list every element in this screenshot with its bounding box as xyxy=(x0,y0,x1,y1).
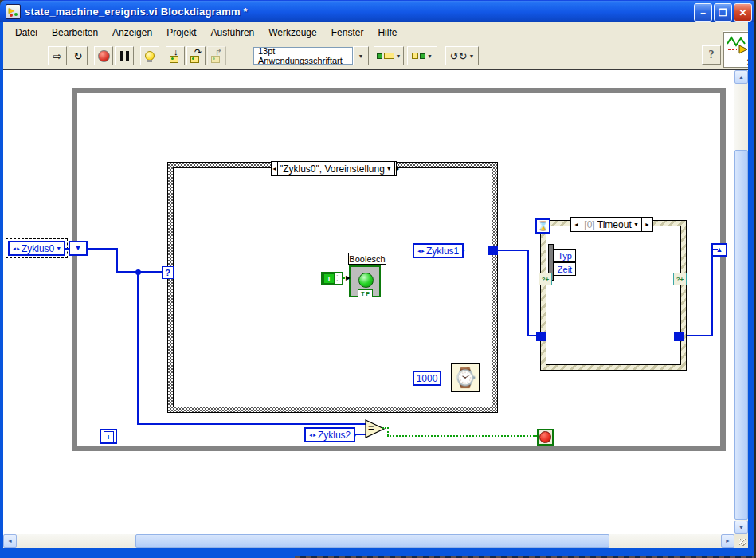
highlight-execution-button[interactable] xyxy=(140,46,159,65)
step-over-icon: ↷ xyxy=(194,47,202,57)
shift-register-left[interactable]: ▼ xyxy=(69,241,88,256)
iteration-label: i xyxy=(104,431,114,442)
case-selector-tunnel[interactable]: ? xyxy=(162,266,174,279)
case-previous-icon[interactable]: ◄ xyxy=(272,162,278,175)
horizontal-scrollbar[interactable]: ◄ ► xyxy=(3,534,734,548)
align-objects-button[interactable]: ▼ xyxy=(374,46,404,65)
wire-branch-down[interactable] xyxy=(137,271,139,425)
menu-werkzeuge[interactable]: Werkzeuge xyxy=(261,25,323,41)
abort-button[interactable] xyxy=(94,46,113,65)
light-bulb-icon xyxy=(145,51,155,61)
chevron-down-icon: ▼ xyxy=(396,53,402,59)
menu-ausfuehren[interactable]: Ausführen xyxy=(204,25,262,41)
chevron-down-icon[interactable]: ▼ xyxy=(56,246,61,251)
step-over-button[interactable]: ↷ xyxy=(186,46,206,65)
minimize-button[interactable]: – xyxy=(694,3,712,22)
case-name[interactable]: "Zyklus0", Voreinstellung xyxy=(278,163,386,175)
wire-event-out-v[interactable] xyxy=(711,254,713,336)
menu-anzeigen[interactable]: Anzeigen xyxy=(105,25,159,41)
boolean-label[interactable]: Boolesch xyxy=(348,253,386,265)
dynamic-event-terminal-left[interactable]: ?+ xyxy=(539,273,552,285)
wire-shiftreg-out-v[interactable] xyxy=(116,248,118,273)
vi-app-icon: ▶ xyxy=(6,4,21,19)
menu-datei[interactable]: Datei xyxy=(8,25,45,41)
numeric-constant-1000[interactable]: 1000 xyxy=(413,371,441,386)
menu-hilfe[interactable]: Hilfe xyxy=(370,25,404,41)
event-case-name[interactable]: [0] Timeout xyxy=(582,219,633,230)
event-data-node-zeit[interactable]: Zeit xyxy=(554,262,576,276)
title-bar[interactable]: ▶ state_machine_ereignis.vi Blockdiagram… xyxy=(0,0,756,22)
event-selector-label[interactable]: ◄ [0] Timeout ▼ ► xyxy=(570,217,653,232)
event-timeout-terminal[interactable]: ⌛ xyxy=(535,218,550,234)
distribute-objects-button[interactable]: ▼ xyxy=(407,46,437,65)
case-selector-label[interactable]: ◄ "Zyklus0", Voreinstellung ▼ ► xyxy=(271,161,397,176)
scroll-up-button[interactable]: ▲ xyxy=(734,70,748,84)
chevron-down-icon[interactable]: ▼ xyxy=(386,166,392,171)
hourglass-icon: ⌛ xyxy=(538,221,549,231)
chevron-down-icon[interactable]: ▼ xyxy=(460,248,466,253)
dynamic-event-terminal-right[interactable]: ?+ xyxy=(673,273,687,285)
vertical-scrollbar[interactable]: ▲ ▼ xyxy=(734,70,748,534)
menu-fenster[interactable]: Fenster xyxy=(324,25,371,41)
iteration-terminal[interactable]: i xyxy=(100,429,117,444)
abort-icon xyxy=(98,50,110,62)
event-structure[interactable] xyxy=(540,220,687,371)
boolean-indicator-terminal[interactable]: TF xyxy=(349,265,381,297)
step-out-icon: ↱ xyxy=(215,47,222,57)
menu-projekt[interactable]: Projekt xyxy=(159,25,203,41)
run-continuous-button[interactable]: ↻ xyxy=(69,46,88,65)
pause-button[interactable] xyxy=(115,46,134,65)
font-selector-dropdown[interactable]: ▼ xyxy=(353,46,369,65)
block-diagram-canvas[interactable]: i ◄► Zyklus0 ▼ ▼ ▲ xyxy=(3,70,734,534)
case-structure[interactable] xyxy=(167,162,498,413)
enum-constant-zyklus1[interactable]: ◄► Zyklus1 ▼ xyxy=(413,243,464,258)
led-icon xyxy=(358,273,374,288)
case-next-icon[interactable]: ► xyxy=(394,162,401,175)
wait-ms-function[interactable]: ⌚ xyxy=(451,363,480,392)
chevron-down-icon: ▼ xyxy=(427,53,433,59)
vertical-scrollbar-thumb[interactable] xyxy=(734,150,748,520)
window-border-left xyxy=(0,22,3,558)
event-output-tunnel[interactable] xyxy=(674,332,684,341)
loop-condition-terminal[interactable] xyxy=(537,429,554,446)
step-out-button[interactable]: ↱ xyxy=(207,46,226,65)
wire-to-stop[interactable] xyxy=(387,435,537,437)
close-button[interactable]: ✕ xyxy=(734,3,752,22)
chevron-up-icon: ▲ xyxy=(738,74,744,80)
font-selector-value: 13pt Anwendungsschriftart xyxy=(258,46,352,65)
enum-constant-zyklus0[interactable]: ◄► Zyklus0 ▼ xyxy=(8,241,65,256)
reorder-button[interactable]: ↺↻ ▼ xyxy=(445,46,479,65)
context-help-button[interactable]: ? xyxy=(702,45,721,65)
scroll-down-button[interactable]: ▼ xyxy=(734,521,748,534)
true-constant[interactable]: T ⁚ xyxy=(321,272,343,285)
chevron-down-icon[interactable]: ▼ xyxy=(633,222,639,227)
event-input-tunnel[interactable] xyxy=(536,332,546,341)
wire-enum-to-shiftreg[interactable] xyxy=(64,248,70,250)
step-into-button[interactable]: ↓ xyxy=(166,46,185,65)
event-data-node-typ[interactable]: Typ xyxy=(554,249,576,262)
run-button[interactable]: ⇨ xyxy=(48,46,67,65)
wire-shiftreg-out-h[interactable] xyxy=(86,248,118,250)
menu-bearbeiten[interactable]: Bearbeiten xyxy=(45,25,105,41)
wire-into-shiftreg-right[interactable] xyxy=(711,249,718,250)
event-next-icon[interactable]: ► xyxy=(641,218,652,231)
case-output-tunnel[interactable] xyxy=(488,246,498,255)
scroll-left-button[interactable]: ◄ xyxy=(3,534,17,548)
stop-sign-icon xyxy=(539,431,551,443)
horizontal-scrollbar-thumb[interactable] xyxy=(135,534,609,548)
chevron-down-icon[interactable]: ▼ xyxy=(352,432,358,438)
maximize-button[interactable]: ❐ xyxy=(714,3,732,22)
scroll-right-button[interactable]: ► xyxy=(721,534,734,548)
resize-grip[interactable] xyxy=(734,534,748,548)
equals-function[interactable]: = xyxy=(365,419,386,438)
wire-tunnel-out-v[interactable] xyxy=(527,250,529,336)
question-mark-icon: ? xyxy=(165,268,170,277)
wire-tunnel-out-h[interactable] xyxy=(496,250,529,251)
wire-to-equals[interactable] xyxy=(137,423,366,425)
event-previous-icon[interactable]: ◄ xyxy=(571,218,582,231)
true-constant-value[interactable]: T xyxy=(323,273,335,284)
enum-constant-zyklus2[interactable]: ◄► Zyklus2 ▼ xyxy=(304,427,355,442)
toolbar: ⇨ ↻ ↓ ↷ ↱ 13pt Anwendungsschrifta xyxy=(3,43,753,69)
vi-icon-graphic xyxy=(726,34,750,58)
font-selector[interactable]: 13pt Anwendungsschriftart xyxy=(253,47,353,65)
